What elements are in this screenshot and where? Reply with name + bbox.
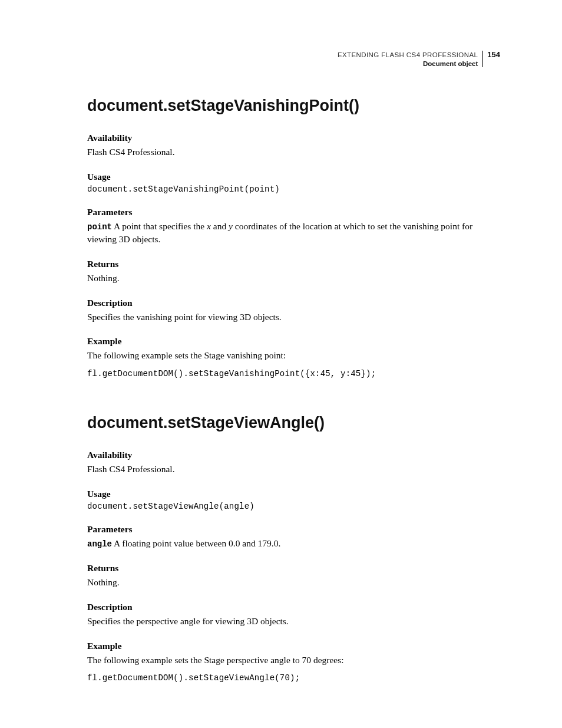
example-text-2: The following example sets the Stage per… bbox=[87, 654, 500, 667]
availability-heading: Availability bbox=[87, 133, 500, 143]
parameters-heading-2: Parameters bbox=[87, 524, 500, 535]
example-text: The following example sets the Stage van… bbox=[87, 349, 500, 362]
parameters-block: Parameters point A point that specifies … bbox=[87, 207, 500, 246]
description-block-2: Description Specifies the perspective an… bbox=[87, 602, 500, 628]
usage-code: document.setStageVanishingPoint(point) bbox=[87, 185, 500, 194]
parameters-block-2: Parameters angle A floating point value … bbox=[87, 524, 500, 551]
header-text-block: EXTENDING FLASH CS4 PROFESSIONAL Documen… bbox=[338, 51, 482, 68]
description-block: Description Specifies the vanishing poin… bbox=[87, 298, 500, 324]
returns-text-2: Nothing. bbox=[87, 576, 500, 589]
parameters-text-2: angle A floating point value between 0.0… bbox=[87, 537, 500, 551]
param-text-pre: A point that specifies the bbox=[112, 221, 207, 231]
returns-block-2: Returns Nothing. bbox=[87, 563, 500, 589]
example-heading: Example bbox=[87, 336, 500, 347]
header-chapter-title: Document object bbox=[338, 60, 478, 68]
description-heading-2: Description bbox=[87, 602, 500, 612]
example-block: Example The following example sets the S… bbox=[87, 336, 500, 378]
param-name-point: point bbox=[87, 222, 112, 232]
method-title-setstagevanishingpoint: document.setStageVanishingPoint() bbox=[87, 97, 500, 115]
running-header: EXTENDING FLASH CS4 PROFESSIONAL Documen… bbox=[87, 51, 500, 68]
availability-block: Availability Flash CS4 Professional. bbox=[87, 133, 500, 159]
returns-heading: Returns bbox=[87, 259, 500, 269]
usage-block: Usage document.setStageVanishingPoint(po… bbox=[87, 172, 500, 194]
param-and: and bbox=[211, 221, 229, 231]
example-code: fl.getDocumentDOM().setStageVanishingPoi… bbox=[87, 369, 500, 378]
header-divider bbox=[482, 51, 483, 67]
example-heading-2: Example bbox=[87, 641, 500, 651]
param-angle-text: A floating point value between 0.0 and 1… bbox=[112, 538, 280, 548]
description-text: Specifies the vanishing point for viewin… bbox=[87, 311, 500, 324]
returns-text: Nothing. bbox=[87, 272, 500, 285]
description-text-2: Specifies the perspective angle for view… bbox=[87, 615, 500, 628]
availability-block-2: Availability Flash CS4 Professional. bbox=[87, 450, 500, 476]
header-book-title: EXTENDING FLASH CS4 PROFESSIONAL bbox=[338, 51, 478, 60]
parameters-heading: Parameters bbox=[87, 207, 500, 218]
availability-text-2: Flash CS4 Professional. bbox=[87, 463, 500, 476]
usage-heading: Usage bbox=[87, 172, 500, 182]
description-heading: Description bbox=[87, 298, 500, 308]
example-code-2: fl.getDocumentDOM().setStageViewAngle(70… bbox=[87, 673, 500, 683]
section-spacer bbox=[87, 391, 500, 414]
param-name-angle: angle bbox=[87, 539, 112, 549]
usage-heading-2: Usage bbox=[87, 489, 500, 499]
usage-code-2: document.setStageViewAngle(angle) bbox=[87, 502, 500, 511]
availability-text: Flash CS4 Professional. bbox=[87, 146, 500, 159]
method-title-setstageviewangle: document.setStageViewAngle() bbox=[87, 414, 500, 432]
param-y-italic: y bbox=[229, 221, 233, 231]
returns-heading-2: Returns bbox=[87, 563, 500, 574]
example-block-2: Example The following example sets the S… bbox=[87, 641, 500, 683]
page-number: 154 bbox=[487, 51, 500, 58]
returns-block: Returns Nothing. bbox=[87, 259, 500, 285]
param-x-italic: x bbox=[207, 221, 211, 231]
usage-block-2: Usage document.setStageViewAngle(angle) bbox=[87, 489, 500, 511]
page-container: EXTENDING FLASH CS4 PROFESSIONAL Documen… bbox=[0, 0, 562, 728]
parameters-text: point A point that specifies the x and y… bbox=[87, 220, 500, 246]
availability-heading-2: Availability bbox=[87, 450, 500, 460]
